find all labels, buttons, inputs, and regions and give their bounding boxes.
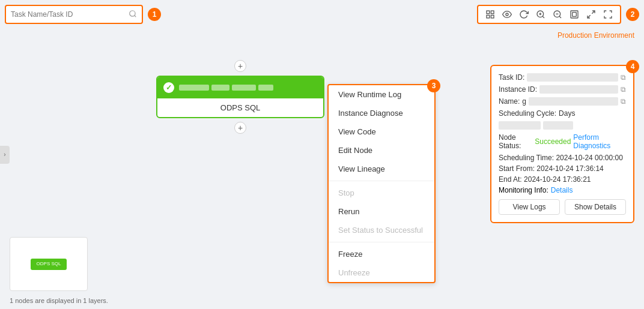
- name-copy-icon[interactable]: ⧉: [621, 97, 626, 106]
- name-value: [529, 97, 618, 106]
- node-status-value: Succeeded: [535, 137, 571, 146]
- svg-point-0: [130, 10, 135, 16]
- monitoring-info-label: Monitoring Info:: [499, 186, 548, 194]
- start-from-label: Start From:: [499, 164, 535, 173]
- menu-rerun[interactable]: Rerun: [329, 202, 434, 221]
- node-header: ✓: [157, 77, 323, 98]
- menu-view-lineage[interactable]: View Lineage: [329, 160, 434, 178]
- start-from-value: 2024-10-24 17:36:14: [536, 164, 603, 173]
- svg-line-17: [588, 15, 591, 18]
- menu-divider-2: [329, 242, 434, 242]
- menu-view-code[interactable]: View Code: [329, 122, 434, 141]
- menu-stop: Stop: [329, 184, 434, 202]
- zoom-in-icon[interactable]: [536, 10, 545, 19]
- task-id-value: [527, 73, 618, 82]
- node-type-label: ODPS SQL: [157, 98, 323, 117]
- node-bar-3: [232, 85, 256, 91]
- node-bar-1: [179, 85, 209, 91]
- zoom-out-icon[interactable]: [553, 10, 562, 19]
- scheduling-time-row: Scheduling Time: 2024-10-24 00:00:00: [499, 154, 626, 162]
- node-bar-4: [258, 85, 273, 91]
- context-menu: 3 View Runtime Log Instance Diagnose Vie…: [327, 84, 436, 283]
- extra-bar-2: [543, 121, 573, 130]
- name-row: Name: g ⧉: [499, 97, 626, 106]
- node-area: + ✓ ODPS SQL +: [156, 60, 324, 134]
- toolbar-icon-group: [477, 5, 621, 24]
- instance-id-label: Instance ID:: [499, 85, 537, 94]
- badge-1: 1: [148, 8, 161, 21]
- search-box[interactable]: [5, 5, 143, 24]
- mini-map: ODPS SQL: [10, 237, 88, 291]
- fit-view-icon[interactable]: [570, 10, 579, 19]
- mini-node: ODPS SQL: [31, 259, 67, 270]
- menu-set-status: Set Status to Successful: [329, 221, 434, 239]
- info-panel: 4 Task ID: ⧉ Instance ID: ⧉ Name: g ⧉ Sc…: [490, 65, 634, 223]
- end-at-row: End At: 2024-10-24 17:36:21: [499, 175, 626, 184]
- menu-view-runtime-log[interactable]: View Runtime Log: [329, 85, 434, 104]
- svg-rect-15: [573, 13, 577, 17]
- task-id-row: Task ID: ⧉: [499, 73, 626, 82]
- plus-bottom[interactable]: +: [234, 122, 246, 134]
- svg-rect-3: [491, 11, 494, 14]
- svg-line-1: [135, 15, 136, 17]
- mini-node-text: ODPS SQL: [37, 261, 61, 266]
- scheduling-cycle-label: Scheduling Cycle:: [499, 109, 556, 118]
- node-status-row: Node Status: Succeeded Perform Diagnosti…: [499, 133, 626, 150]
- instance-id-copy-icon[interactable]: ⧉: [621, 85, 626, 94]
- task-id-label: Task ID:: [499, 73, 524, 82]
- svg-point-6: [506, 13, 508, 16]
- svg-line-12: [559, 16, 561, 18]
- grid-view-icon[interactable]: [485, 10, 495, 19]
- instance-id-value: [539, 85, 618, 94]
- node-header-bars: [179, 85, 317, 91]
- perform-diagnostics-link[interactable]: Perform Diagnostics: [573, 133, 626, 150]
- instance-id-row: Instance ID: ⧉: [499, 85, 626, 94]
- fullscreen-icon[interactable]: [603, 10, 613, 19]
- view-logs-button[interactable]: View Logs: [499, 199, 560, 215]
- task-id-copy-icon[interactable]: ⧉: [621, 73, 626, 82]
- bottom-status: 1 nodes are displayed in 1 layers.: [10, 297, 108, 304]
- scheduling-cycle-row: Scheduling Cycle: Days: [499, 109, 626, 118]
- monitoring-details-link[interactable]: Details: [551, 186, 573, 194]
- svg-line-8: [542, 16, 544, 18]
- menu-freeze[interactable]: Freeze: [329, 245, 434, 263]
- scheduling-time-value: 2024-10-24 00:00:00: [556, 154, 622, 162]
- badge-3: 3: [427, 79, 440, 92]
- expand-icon[interactable]: [586, 10, 596, 19]
- badge-4: 4: [626, 60, 639, 73]
- menu-instance-diagnose[interactable]: Instance Diagnose: [329, 104, 434, 122]
- svg-line-16: [592, 11, 595, 14]
- search-input[interactable]: [11, 10, 129, 19]
- svg-rect-4: [487, 15, 490, 18]
- badge-2: 2: [626, 8, 639, 21]
- name-prefix: g: [522, 97, 526, 106]
- end-at-label: End At:: [499, 175, 522, 184]
- node-card[interactable]: ✓ ODPS SQL: [156, 76, 324, 118]
- svg-rect-14: [571, 11, 578, 18]
- name-label: Name:: [499, 97, 520, 106]
- node-bar-2: [211, 85, 229, 91]
- eye-icon[interactable]: [502, 10, 512, 19]
- left-panel-toggle[interactable]: ›: [0, 146, 10, 164]
- extra-bar-1: [499, 121, 541, 130]
- node-status-label: Node Status:: [499, 133, 532, 150]
- monitoring-row: Monitoring Info: Details: [499, 186, 626, 194]
- show-details-button[interactable]: Show Details: [565, 199, 626, 215]
- toolbar: 1: [5, 5, 639, 24]
- environment-label: Production Environment: [557, 31, 634, 40]
- end-at-value: 2024-10-24 17:36:21: [524, 175, 591, 184]
- search-icon: [129, 10, 137, 20]
- scheduling-time-label: Scheduling Time:: [499, 154, 554, 162]
- menu-unfreeze: Unfreeze: [329, 263, 434, 282]
- menu-divider-1: [329, 181, 434, 181]
- start-from-row: Start From: 2024-10-24 17:36:14: [499, 164, 626, 173]
- panel-buttons: View Logs Show Details: [499, 199, 626, 215]
- refresh-icon[interactable]: [519, 10, 529, 19]
- menu-edit-node[interactable]: Edit Node: [329, 141, 434, 160]
- plus-top[interactable]: +: [234, 60, 246, 72]
- svg-rect-5: [491, 15, 494, 18]
- scheduling-cycle-value: Days: [559, 109, 575, 118]
- svg-rect-2: [487, 11, 490, 14]
- node-check-icon: ✓: [163, 82, 174, 93]
